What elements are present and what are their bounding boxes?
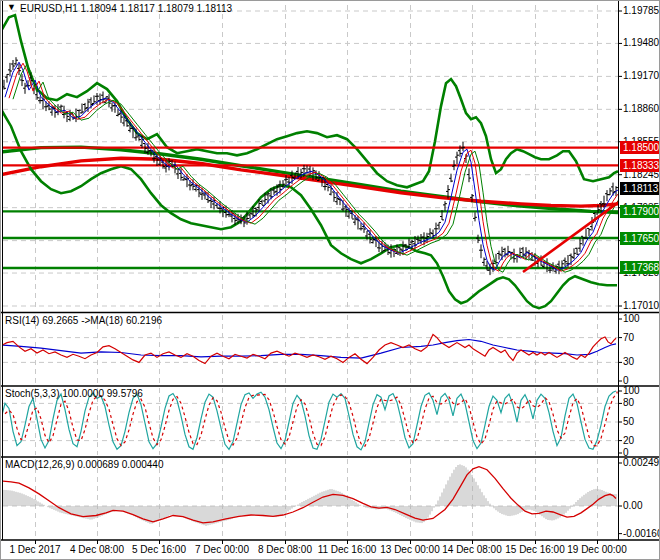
time-axis-label: 7 Dec 00:00 — [187, 544, 257, 555]
time-axis-label: 13 Dec 00:00 — [375, 544, 445, 555]
axis-tick-label: 20 — [623, 435, 634, 447]
chart-shift-marker-icon[interactable]: ▼ — [7, 2, 16, 12]
ma-mid-red — [9, 63, 624, 271]
chart-canvas[interactable] — [1, 1, 660, 560]
stoch-indicator-label: Stoch(5,3,3) 100.0000 99.5796 — [5, 388, 143, 399]
axis-tick-label: 0.00 — [623, 500, 642, 512]
axis-tick-label: 50 — [623, 416, 634, 428]
time-axis-label: 15 Dec 16:00 — [500, 544, 570, 555]
macd-histogram — [4, 464, 616, 526]
chart-window: ▼ EURUSD,H1 1.18094 1.18117 1.18079 1.18… — [0, 0, 660, 560]
price-badge-1.17650[interactable]: 1.17650 — [620, 232, 660, 245]
time-axis-label: 5 Dec 16:00 — [124, 544, 194, 555]
rsi-ma-line — [1, 340, 616, 359]
bollinger-lower-band — [1, 109, 617, 308]
axis-tick-label: 30 — [623, 356, 634, 368]
axis-tick-label: -0.001601 — [623, 528, 660, 540]
axis-tick-label: 100 — [623, 385, 640, 397]
axis-tick-label: 70 — [623, 332, 634, 344]
chart-title-ohlc: EURUSD,H1 1.18094 1.18117 1.18079 1.1811… — [20, 3, 232, 14]
time-axis-label: 11 Dec 16:00 — [312, 544, 382, 555]
rsi-indicator-label: RSI(14) 69.2665 ->MA(18) 60.2196 — [5, 315, 162, 326]
axis-tick-label: 1.19170 — [623, 70, 659, 82]
axis-tick-label: 100 — [623, 313, 640, 325]
axis-tick-label: 1.19480 — [623, 37, 659, 49]
time-axis-label: 1 Dec 2017 — [0, 544, 70, 555]
axis-tick-label: 1.17010 — [623, 300, 659, 312]
axis-tick-label: 1.19785 — [623, 5, 659, 17]
axis-tick-label: 1.18860 — [623, 103, 659, 115]
macd-indicator-label: MACD(12,26,9) 0.000689 0.000440 — [5, 459, 163, 470]
stoch-d-line — [5, 391, 617, 446]
macd-signal-line — [1, 467, 616, 523]
price-badge-1.18333[interactable]: 1.18333 — [620, 159, 660, 172]
time-axis-label: 19 Dec 00:00 — [562, 544, 632, 555]
price-badge-1.18113: 1.18113 — [620, 182, 660, 195]
time-axis-label: 14 Dec 08:00 — [437, 544, 507, 555]
price-badge-1.17900[interactable]: 1.17900 — [620, 205, 660, 218]
time-axis-label: 4 Dec 08:00 — [62, 544, 132, 555]
axis-tick-label: 0.002491 — [623, 457, 660, 469]
rsi-line — [1, 335, 616, 364]
time-axis-label: 8 Dec 08:00 — [250, 544, 320, 555]
axis-tick-label: 80 — [623, 397, 634, 409]
price-badge-1.18500[interactable]: 1.18500 — [620, 141, 660, 154]
price-badge-1.17368[interactable]: 1.17368 — [620, 261, 660, 274]
